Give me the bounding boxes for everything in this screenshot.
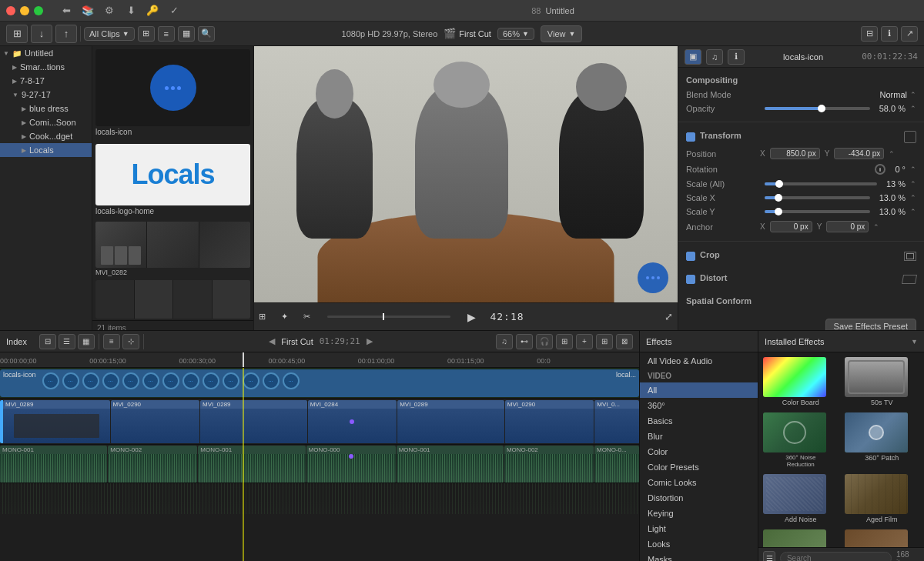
transform-checkbox[interactable] <box>686 132 695 142</box>
play-button[interactable]: ▶ <box>463 309 480 325</box>
timeline-view-btn-1[interactable]: ⊟ <box>39 334 56 349</box>
library-item-smart[interactable]: ▶ Smar...tions <box>0 60 92 74</box>
scale-all-slider[interactable] <box>765 182 877 185</box>
effects-search-input[interactable] <box>780 552 892 561</box>
effect-360-noise[interactable]: 360° Noise Reduction <box>763 412 838 468</box>
browser-logo-clip[interactable]: Locals locals-logo-home <box>92 141 253 220</box>
timeline-select-btn[interactable]: ⊹ <box>122 334 139 349</box>
position-y-input[interactable] <box>834 148 884 159</box>
audio-clip-mono002-2[interactable]: MONO-002 <box>504 446 594 483</box>
timeline-settings-icon[interactable]: ⊞ <box>556 334 573 349</box>
library-item-blue-dress[interactable]: ▶ blue dress <box>0 102 92 115</box>
back-icon[interactable]: ⬅ <box>59 3 74 18</box>
effects-cat-light[interactable]: Light <box>640 521 758 536</box>
video-clip-mvi290[interactable]: MVI_0290 <box>111 400 200 443</box>
effect-more2[interactable] <box>845 529 919 547</box>
effects-cat-masks[interactable]: Masks <box>640 552 758 561</box>
close-button[interactable] <box>6 6 15 15</box>
effects-cat-distortion[interactable]: Distortion <box>640 490 758 506</box>
audio-clip-mono002[interactable]: MONO-002 <box>108 446 197 483</box>
effects-cat-color[interactable]: Color <box>640 444 758 459</box>
clips-dropdown[interactable]: All Clips ▼ <box>84 27 135 41</box>
scale-x-slider[interactable] <box>765 196 870 199</box>
distort-checkbox[interactable] <box>686 275 695 284</box>
opacity-slider[interactable] <box>765 107 870 110</box>
effects-list-icon[interactable]: ☰ <box>763 551 775 562</box>
audio-clip-mono001-2[interactable]: MONO-001 <box>198 446 305 483</box>
info-icon[interactable]: ℹ <box>881 26 898 42</box>
effects-cat-color-presets[interactable]: Color Presets <box>640 459 758 475</box>
anchor-x-input[interactable] <box>770 221 812 232</box>
anchor-y-input[interactable] <box>826 221 869 232</box>
audio-clip-mono001-3[interactable]: MONO-001 <box>397 446 504 483</box>
inspector-info-icon[interactable]: ℹ <box>728 49 745 65</box>
audio-clip-mono001[interactable]: MONO-001 <box>0 446 107 483</box>
timeline-headphones-icon[interactable]: 🎧 <box>536 334 553 349</box>
zoom-dropdown[interactable]: 66% ▼ <box>497 28 534 40</box>
effects-cat-all-video-audio[interactable]: All Video & Audio <box>640 352 758 369</box>
effects-cat-keying[interactable]: Keying <box>640 506 758 521</box>
browser-extra-clip[interactable] <box>92 279 253 320</box>
locals-icon-clip[interactable]: locals-icon ··· ··· ··· ··· ··· ··· ··· … <box>0 369 639 397</box>
key-icon[interactable]: 🔑 <box>145 3 160 18</box>
effect-50s-tv[interactable]: 50s TV <box>845 357 919 406</box>
timeline-zoom-in-icon[interactable]: + <box>576 334 593 349</box>
viewer-body[interactable] <box>254 46 678 302</box>
timeline-view-btn-2[interactable]: ☰ <box>59 334 75 349</box>
minimize-button[interactable] <box>20 6 29 15</box>
audio-clip-mono000[interactable]: MONO-000 <box>306 446 396 483</box>
playhead-scrubber[interactable] <box>327 316 450 318</box>
inspector-video-icon[interactable]: ▣ <box>685 49 701 65</box>
inspector-audio-icon[interactable]: ♫ <box>706 49 723 65</box>
transform-button[interactable]: ✦ <box>276 310 293 323</box>
scale-all-thumb[interactable] <box>775 180 783 188</box>
video-clip-mvi289-2[interactable]: MVI_0289 <box>200 400 307 443</box>
fullscreen-button[interactable]: ⤢ <box>660 309 678 324</box>
video-clip-mvi284[interactable]: MVI_0284 <box>308 400 397 443</box>
share-icon[interactable]: ↑ <box>55 25 77 43</box>
share-export-icon[interactable]: ↗ <box>901 26 918 42</box>
library-item-7-8-17[interactable]: ▶ 7-8-17 <box>0 74 92 88</box>
list-view-icon[interactable]: ≡ <box>158 26 175 42</box>
trim-button[interactable]: ✂ <box>299 310 315 323</box>
scale-y-thumb[interactable] <box>775 208 782 215</box>
video-clip-mvi289-3[interactable]: MVI_0289 <box>397 400 504 443</box>
position-x-input[interactable] <box>770 148 820 159</box>
fullscreen-button[interactable] <box>34 6 43 15</box>
filmstrip-icon[interactable]: ▦ <box>178 26 195 42</box>
effects-cat-360[interactable]: 360° <box>640 398 758 413</box>
effect-more1[interactable] <box>763 529 838 547</box>
timeline-expand-icon[interactable]: ⊞ <box>596 334 613 349</box>
video-clip-mvi290-2[interactable]: MVI_0290 <box>505 400 594 443</box>
check-icon[interactable]: ✓ <box>166 3 182 18</box>
effect-aged-film[interactable]: Aged Film <box>845 474 919 523</box>
inspector-toggle[interactable]: ⊟ <box>861 26 878 42</box>
effects-cat-basics[interactable]: Basics <box>640 413 758 429</box>
settings-icon[interactable]: ⚙ <box>102 3 117 18</box>
timeline-view-btn-3[interactable]: ▦ <box>78 334 95 349</box>
effects-cat-blur[interactable]: Blur <box>640 429 758 444</box>
timeline-collapse-icon[interactable]: ⊠ <box>616 334 633 349</box>
effect-color-board[interactable]: Color Board <box>763 357 838 406</box>
effects-cat-all[interactable]: All <box>640 382 758 398</box>
browser-featured-clip[interactable]: locals-icon <box>92 46 253 141</box>
viewer-tools-button[interactable]: ⊞ <box>254 310 270 323</box>
effects-cat-looks[interactable]: Looks <box>640 536 758 552</box>
save-effects-preset-button[interactable]: Save Effects Preset <box>825 319 916 330</box>
library-item-locals[interactable]: ▶ Locals <box>0 143 92 157</box>
timeline-audio-icon[interactable]: ♫ <box>496 334 513 349</box>
transform-expand-icon[interactable] <box>904 131 916 143</box>
scale-x-thumb[interactable] <box>775 194 782 202</box>
library-toolbar-icon[interactable]: ⊞ <box>6 25 28 43</box>
library-item-untitled[interactable]: ▼ 📁 Untitled <box>0 46 92 60</box>
library-icon[interactable]: 📚 <box>80 3 95 18</box>
effect-add-noise[interactable]: Add Noise <box>763 474 838 523</box>
view-button[interactable]: View ▼ <box>541 25 583 42</box>
library-item-9-27-17[interactable]: ▼ 9-27-17 <box>0 88 92 102</box>
import-icon[interactable]: ↓ <box>31 25 52 43</box>
scale-y-slider[interactable] <box>765 210 870 213</box>
timeline-snap-icon[interactable]: ⊷ <box>516 334 533 349</box>
grid-view-icon[interactable]: ⊞ <box>138 26 155 42</box>
opacity-thumb[interactable] <box>818 105 825 112</box>
library-item-comi-soon[interactable]: ▶ Comi...Soon <box>0 115 92 129</box>
